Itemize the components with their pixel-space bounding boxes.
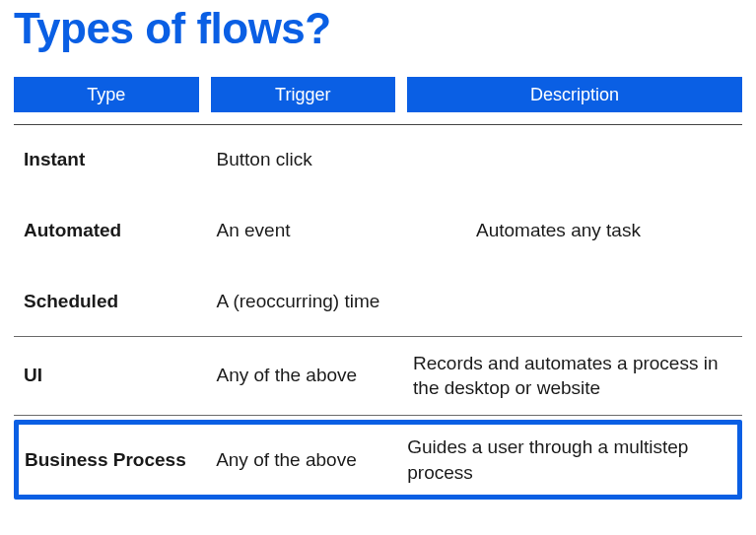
table-header-row: Type Trigger Description [14,77,742,112]
table-row-highlighted: Business Process Any of the above Guides… [14,416,742,500]
cell-type: Instant [14,125,211,195]
highlight-box: Business Process Any of the above Guides… [14,420,742,500]
table-row: Instant Button click [14,125,742,195]
cell-trigger: Any of the above [216,449,407,471]
cell-trigger: A (reoccurring) time [211,267,408,337]
cell-trigger: An event [211,194,408,267]
col-header-trigger: Trigger [211,77,396,112]
cell-description [407,267,742,337]
cell-type: Scheduled [14,267,211,337]
cell-trigger: Any of the above [211,337,408,416]
col-header-type: Type [14,77,199,112]
cell-description: Automates any task [407,194,742,267]
cell-type: UI [14,337,211,416]
header-divider [14,112,742,125]
table-row: UI Any of the above Records and automate… [14,337,742,416]
cell-trigger: Button click [211,125,408,195]
cell-description: Records and automates a process in the d… [407,337,742,416]
cell-type: Automated [14,194,211,267]
table-row: Automated An event Automates any task [14,194,742,267]
cell-description: Guides a user through a multistep proces… [407,435,737,485]
slide: Types of flows? Type Trigger Description… [0,4,756,500]
col-header-description: Description [407,77,742,112]
cell-type: Business Process [25,449,216,471]
cell-description [407,125,742,195]
flows-table: Type Trigger Description Instant Button … [14,77,742,500]
slide-title: Types of flows? [14,4,742,53]
table-row: Scheduled A (reoccurring) time [14,267,742,337]
